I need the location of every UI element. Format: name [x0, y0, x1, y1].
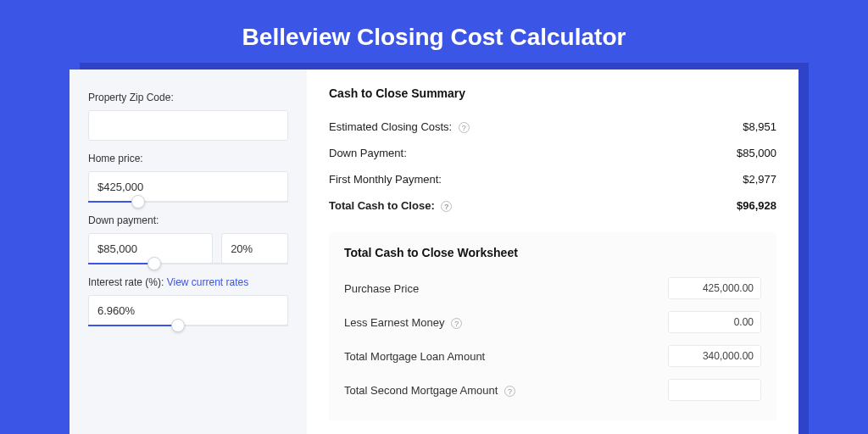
worksheet-row-label: Total Mortgage Loan Amount [344, 350, 485, 363]
zip-label: Property Zip Code: [88, 92, 288, 103]
help-icon[interactable]: ? [451, 318, 462, 329]
summary-row-value: $2,977 [743, 173, 776, 186]
interest-input[interactable] [88, 295, 288, 326]
worksheet-panel: Total Cash to Close Worksheet Purchase P… [329, 232, 776, 420]
summary-total-label: Total Cash to Close: ? [329, 199, 452, 212]
worksheet-row-label: Total Second Mortgage Amount ? [344, 384, 515, 397]
page-title: Belleview Closing Cost Calculator [0, 0, 868, 70]
summary-row: Estimated Closing Costs: ? $8,951 [329, 114, 776, 140]
down-payment-label: Down payment: [88, 214, 288, 226]
help-icon[interactable]: ? [459, 122, 470, 133]
help-icon[interactable]: ? [441, 201, 452, 212]
summary-row: First Monthly Payment: $2,977 [329, 166, 776, 192]
summary-row-value: $8,951 [743, 120, 776, 133]
home-price-label: Home price: [88, 153, 288, 164]
worksheet-title: Total Cash to Close Worksheet [344, 246, 761, 259]
results-panel: Cash to Close Summary Estimated Closing … [307, 70, 798, 434]
worksheet-row: Less Earnest Money ? [344, 305, 761, 339]
summary-row-label: First Monthly Payment: [329, 173, 442, 186]
summary-title: Cash to Close Summary [329, 86, 776, 100]
worksheet-row: Total Second Mortgage Amount ? [344, 373, 761, 407]
calculator-card: Property Zip Code: Home price: Down paym… [70, 70, 798, 434]
view-rates-link[interactable]: View current rates [167, 276, 249, 288]
worksheet-row-label: Less Earnest Money ? [344, 316, 462, 329]
worksheet-row: Purchase Price [344, 271, 761, 305]
zip-input[interactable] [88, 110, 288, 141]
slider-thumb-icon[interactable] [147, 257, 161, 270]
summary-row-value: $85,000 [737, 147, 776, 159]
summary-row-label: Estimated Closing Costs: ? [329, 120, 470, 133]
slider-thumb-icon[interactable] [171, 319, 185, 332]
summary-total-value: $96,928 [737, 199, 776, 212]
worksheet-row-input[interactable] [668, 379, 761, 401]
worksheet-row-input[interactable] [668, 277, 761, 299]
down-payment-slider[interactable] [88, 263, 288, 264]
interest-label: Interest rate (%): View current rates [88, 276, 288, 288]
summary-total-row: Total Cash to Close: ? $96,928 [329, 192, 776, 219]
worksheet-row-input[interactable] [668, 311, 761, 333]
summary-row-label: Down Payment: [329, 147, 407, 159]
help-icon[interactable]: ? [504, 386, 515, 397]
home-price-input[interactable] [88, 171, 288, 202]
slider-thumb-icon[interactable] [131, 195, 145, 209]
inputs-panel: Property Zip Code: Home price: Down paym… [70, 70, 307, 434]
worksheet-row-input[interactable] [668, 345, 761, 367]
down-payment-pct-input[interactable] [221, 233, 288, 264]
summary-row: Down Payment: $85,000 [329, 140, 776, 166]
worksheet-row-label: Purchase Price [344, 282, 419, 295]
home-price-slider[interactable] [88, 201, 288, 203]
worksheet-row: Total Mortgage Loan Amount [344, 339, 761, 373]
interest-slider[interactable] [88, 325, 288, 326]
